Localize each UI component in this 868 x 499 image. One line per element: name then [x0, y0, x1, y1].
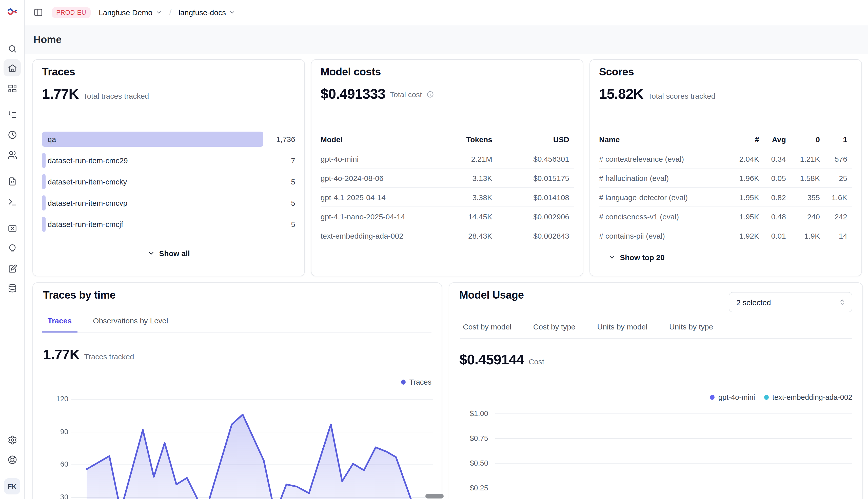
legend-dot [401, 380, 406, 385]
legend-item: Traces [401, 378, 431, 386]
model-cost-row: gpt-4o-2024-08-06 3.13K $0.015175 [321, 169, 574, 188]
trace-name: dataset-run-item-cmcvp [48, 199, 127, 207]
search-icon[interactable] [3, 40, 21, 57]
chart-legend: gpt-4o-mini text-embedding-ada-002 [710, 393, 852, 401]
trace-bar [42, 153, 45, 168]
model-usd: $0.002906 [533, 212, 569, 221]
column-header: Name [599, 135, 620, 144]
model-tokens: 14.45K [468, 212, 492, 221]
column-header: Tokens [466, 135, 492, 144]
score-name: # contextrelevance (eval) [599, 154, 684, 163]
usage-cost-label: Cost [529, 357, 544, 366]
chevron-down-icon[interactable] [229, 9, 236, 16]
sessions-clock-icon[interactable] [3, 126, 21, 143]
chevrons-up-down-icon [839, 299, 846, 306]
tab-cost-by-type[interactable]: Cost by type [531, 322, 578, 339]
model-tokens: 28.43K [468, 231, 492, 240]
traces-by-time-card: Traces by time Traces Observations by Le… [33, 282, 442, 499]
y-axis-tick: $0.25 [458, 484, 488, 493]
trace-bar [42, 217, 45, 232]
column-header: # [755, 135, 759, 144]
trace-bar [42, 195, 45, 210]
info-icon[interactable] [426, 90, 434, 98]
show-top-20-button[interactable]: Show top 20 [608, 253, 665, 261]
traces-bar-list: qa 1,736 dataset-run-item-cmc29 7 datase… [42, 132, 295, 239]
model-tokens: 3.38K [473, 193, 492, 202]
chart-area-fill [87, 414, 418, 499]
horizontal-scrollbar-thumb[interactable] [425, 494, 444, 499]
chevron-down-icon[interactable] [155, 9, 162, 16]
gridline [495, 413, 852, 414]
model-tokens: 3.13K [473, 173, 492, 182]
langfuse-home-page: FK PROD-EU Langfuse Demo / langfuse-docs… [0, 0, 868, 499]
lightbulb-icon[interactable] [3, 240, 21, 257]
score-name: # hallucination (eval) [599, 173, 669, 182]
annotation-pen-icon[interactable] [3, 260, 21, 277]
show-all-button[interactable]: Show all [33, 249, 304, 258]
model-name: text-embedding-ada-002 [321, 231, 403, 240]
model-name: gpt-4o-mini [321, 154, 358, 163]
datasets-database-icon[interactable] [3, 279, 21, 296]
prompts-file-code-icon[interactable] [3, 173, 21, 190]
score-row: # contextrelevance (eval) 2.04K 0.34 1.2… [599, 149, 852, 169]
users-icon[interactable] [3, 146, 21, 163]
card-title: Model Usage [459, 289, 524, 301]
legend-dot [710, 395, 715, 400]
model-usd: $0.015175 [533, 173, 569, 182]
playground-terminal-icon[interactable] [3, 193, 21, 210]
total-scores-value: 15.82K [599, 86, 643, 102]
score-name: # conciseness-v1 (eval) [599, 212, 679, 221]
tab-units-by-model[interactable]: Units by model [595, 322, 650, 339]
legend-item: gpt-4o-mini [710, 393, 755, 401]
dashboards-icon[interactable] [3, 80, 21, 97]
tab-traces[interactable]: Traces [42, 316, 77, 332]
card-title: Scores [599, 66, 634, 78]
score-row: # language-detector (eval) 1.95K 0.82 35… [599, 188, 852, 207]
page-title: Home [33, 34, 61, 45]
gridline [495, 463, 852, 464]
trace-name: qa [48, 135, 56, 144]
card-title: Traces [42, 66, 75, 78]
total-cost-label: Total cost [390, 90, 422, 98]
tab-observations-by-level[interactable]: Observations by Level [87, 316, 174, 332]
scores-card: Scores 15.82K Total scores tracked Name … [590, 59, 862, 276]
model-select-dropdown[interactable]: 2 selected [729, 292, 852, 312]
trace-bar-row: dataset-run-item-cmcky 5 [42, 174, 295, 189]
legend-dot [764, 395, 769, 400]
trace-name: dataset-run-item-cmcky [48, 178, 127, 186]
usage-cost-value: $0.459144 [459, 352, 524, 368]
model-usd: $0.002843 [533, 231, 569, 240]
trace-count: 5 [291, 199, 295, 207]
tab-cost-by-model[interactable]: Cost by model [460, 322, 514, 339]
sidebar: FK [0, 0, 25, 499]
traces-area-chart [43, 390, 433, 499]
traces-tracked-label: Traces tracked [84, 352, 134, 361]
trace-bar-row: dataset-run-item-cmc29 7 [42, 153, 295, 168]
home-icon[interactable] [3, 59, 21, 76]
chart-legend: Traces [401, 378, 431, 386]
model-name: gpt-4o-2024-08-06 [321, 173, 384, 182]
gridline [495, 438, 852, 439]
model-cost-row: text-embedding-ada-002 28.43K $0.002843 [321, 226, 574, 245]
model-cost-row: gpt-4.1-2025-04-14 3.38K $0.014108 [321, 188, 574, 207]
y-axis-tick: $1.00 [458, 410, 488, 418]
model-usage-card: Model Usage 2 selected Cost by model Cos… [449, 282, 863, 499]
user-avatar[interactable]: FK [4, 478, 20, 495]
breadcrumb-organization[interactable]: Langfuse Demo [99, 8, 152, 17]
langfuse-logo[interactable] [7, 7, 17, 17]
settings-gear-icon[interactable] [3, 431, 21, 448]
sidebar-toggle-icon[interactable] [33, 8, 43, 17]
support-lifebuoy-icon[interactable] [3, 451, 21, 468]
environment-badge[interactable]: PROD-EU [52, 7, 91, 18]
score-name: # contains-pii (eval) [599, 231, 665, 240]
column-header: Model [321, 135, 343, 144]
trace-name: dataset-run-item-cmcjf [48, 220, 123, 229]
column-header: USD [553, 135, 569, 144]
tab-units-by-type[interactable]: Units by type [667, 322, 716, 339]
model-usd: $0.456301 [533, 154, 569, 163]
tracing-tree-icon[interactable] [3, 106, 21, 123]
breadcrumb-project[interactable]: langfuse-docs [179, 8, 226, 17]
model-cost-row: gpt-4.1-nano-2025-04-14 14.45K $0.002906 [321, 207, 574, 226]
evaluation-percent-icon[interactable] [3, 220, 21, 237]
trace-name: dataset-run-item-cmc29 [48, 156, 128, 165]
